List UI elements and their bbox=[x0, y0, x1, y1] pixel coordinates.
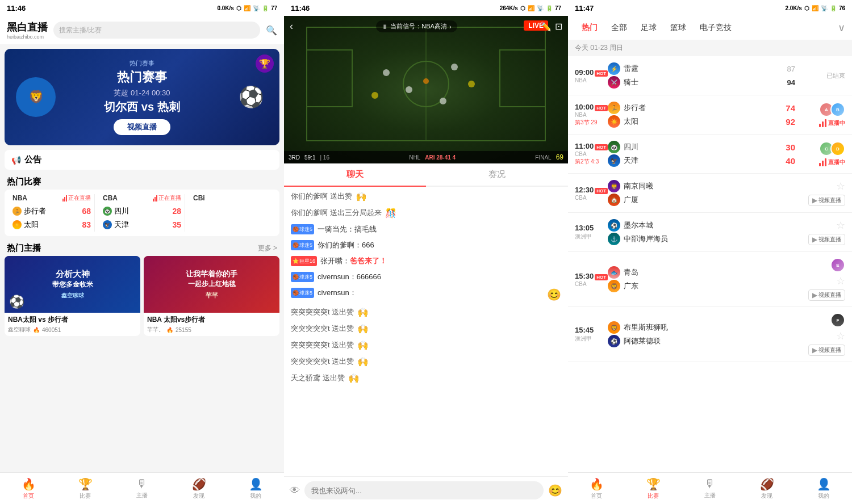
team-score-2b: 92 bbox=[786, 117, 795, 127]
chat-text-3: 一骑当先：搞毛线 bbox=[318, 224, 561, 234]
team-name-3a: 四川 bbox=[624, 142, 638, 152]
emoji-button[interactable]: 😊 bbox=[548, 484, 562, 497]
banner[interactable]: 🦁 热门赛事 热门赛事 英超 01-24 00:30 切尔西 vs 热刺 视频直… bbox=[5, 49, 279, 145]
video-live-btn-4[interactable]: ▶ 视频直播 bbox=[808, 195, 845, 206]
video-live-btn-5[interactable]: ▶ 视频直播 bbox=[808, 234, 845, 245]
matches-grid: NBA 正在直播 🏃步行者 68 ☀️太阳 bbox=[9, 194, 275, 232]
video-icon-6: ▶ bbox=[812, 291, 817, 299]
home-nav-icon: 🔥 bbox=[22, 477, 36, 491]
team-score-1a: 87 bbox=[787, 65, 795, 73]
fullscreen-icon[interactable]: ⊡ bbox=[555, 21, 562, 32]
ended-badge-1: 已结束 bbox=[826, 72, 845, 80]
nav-stream-3[interactable]: 🎙 主播 bbox=[682, 473, 738, 504]
filter-esports[interactable]: 电子竞技 bbox=[693, 20, 738, 35]
star-btn-7[interactable]: ☆ bbox=[836, 330, 845, 342]
chat-emoji-9: 🙌 bbox=[357, 324, 369, 334]
team-row-1a: ⚡ 雷霆 87 bbox=[608, 62, 795, 75]
filter-more-icon[interactable]: ∨ bbox=[838, 22, 845, 34]
filter-basketball[interactable]: 篮球 bbox=[663, 20, 693, 35]
live-bar-3 bbox=[819, 158, 826, 166]
nba-league: NBA bbox=[12, 194, 27, 202]
video-area[interactable]: ‹ ⏸ 当前信号：NBA高清 › ✏️ ⊡ LIVE 3RD 59:1 | 16… bbox=[284, 16, 568, 163]
filter-hot[interactable]: 热门 bbox=[575, 20, 604, 35]
svg-point-11 bbox=[423, 78, 429, 84]
logo-text: 黑白直播 bbox=[7, 20, 48, 34]
avatar-3b: D bbox=[830, 141, 845, 156]
sched-progress-2: 第3节 29 bbox=[575, 119, 603, 127]
team-name-6a: 青岛 bbox=[624, 267, 638, 278]
video-live-btn-7[interactable]: ▶ 视频直播 bbox=[808, 345, 845, 356]
network-speed-3: 2.0K/s bbox=[785, 5, 801, 11]
streamer-card-1[interactable]: 分析大神 带您多金收米 鑫空聊球 ⚽ NBA太阳 vs 步行者 鑫空聊球 🔥 4… bbox=[5, 256, 140, 336]
nba-live-badge: 正在直播 bbox=[62, 194, 91, 202]
back-button[interactable]: ‹ bbox=[290, 20, 293, 32]
video-live-text-7: 视频直播 bbox=[818, 346, 841, 354]
mine-nav-label: 我的 bbox=[250, 492, 261, 500]
nav-discover-1[interactable]: 🏈 发现 bbox=[170, 473, 227, 504]
fire-icon-1: 🔥 bbox=[33, 327, 40, 333]
share-icon[interactable]: ✏️ bbox=[540, 21, 552, 32]
filter-all[interactable]: 全部 bbox=[604, 20, 634, 35]
team-logo-1a: ⚡ bbox=[608, 62, 620, 75]
discover-nav-label: 发现 bbox=[193, 492, 204, 500]
nav-stream-1[interactable]: 🎙 主播 bbox=[114, 473, 170, 504]
nba-team2-row: ☀️太阳 83 bbox=[9, 218, 94, 232]
match-nav-label-3: 比赛 bbox=[648, 492, 659, 500]
star-btn-4[interactable]: ☆ bbox=[836, 180, 845, 192]
svg-rect-3 bbox=[307, 50, 352, 107]
search-bar[interactable]: 搜索主播/比赛 bbox=[53, 22, 260, 39]
match-nav-icon: 🏆 bbox=[78, 477, 93, 491]
sched-time-4: 12:30HOT bbox=[575, 186, 603, 194]
streamers-header: 热门主播 更多 > bbox=[0, 240, 284, 256]
cbi-col: CBi bbox=[185, 194, 275, 232]
streamer-card-2[interactable]: 让我芊着你的手 一起步上红地毯 芊芊 NBA 太阳vs步行者 芊芊。 🔥 251… bbox=[144, 256, 279, 336]
banner-live-btn[interactable]: 视频直播 bbox=[114, 119, 170, 135]
time-3: 11:47 bbox=[575, 4, 594, 12]
video-icon-4: ▶ bbox=[812, 196, 817, 204]
more-link[interactable]: 更多 > bbox=[258, 243, 277, 253]
panel-home: 11:46 0.0K/s ⬡ 📶 📡 🔋 77 黑白直播 heibaizhibo… bbox=[0, 0, 284, 504]
star-btn-5[interactable]: ☆ bbox=[836, 219, 845, 232]
tab-chat[interactable]: 聊天 bbox=[284, 163, 426, 187]
status-bar-1: 11:46 0.0K/s ⬡ 📶 📡 🔋 77 bbox=[0, 0, 284, 16]
chat-msg-4: 🏀球迷5 你们的爹啊：666 bbox=[291, 240, 561, 250]
nav-home-3[interactable]: 🔥 首页 bbox=[568, 473, 625, 504]
schedule-item-4: 12:30HOT CBA 🦁 南京同曦 🏠 广厦 ☆ ▶ 视频直播 bbox=[568, 174, 852, 213]
chat-input[interactable] bbox=[304, 481, 544, 499]
banner-content: 热门赛事 热门赛事 英超 01-24 00:30 切尔西 vs 热刺 视频直播 bbox=[104, 59, 179, 135]
star-btn-6[interactable]: ☆ bbox=[836, 275, 845, 287]
team-logo-5b: ⚓ bbox=[608, 233, 620, 245]
nav-match-3[interactable]: 🏆 比赛 bbox=[625, 473, 682, 504]
nav-mine-1[interactable]: 👤 我的 bbox=[227, 473, 284, 504]
viewer-count-2: 25155 bbox=[176, 327, 191, 333]
streamer-title-2: NBA 太阳vs步行者 bbox=[147, 315, 276, 325]
team-row-5a: ⚽ 墨尔本城 bbox=[608, 219, 795, 232]
nav-discover-3[interactable]: 🏈 发现 bbox=[738, 473, 795, 504]
tab-match[interactable]: 赛况 bbox=[426, 163, 568, 187]
live-indicator-3: 直播中 bbox=[819, 158, 845, 166]
announce-title: 公告 bbox=[24, 154, 41, 165]
wifi-icon-2: 📡 bbox=[537, 5, 544, 11]
nav-mine-3[interactable]: 👤 我的 bbox=[795, 473, 852, 504]
nav-match-1[interactable]: 🏆 比赛 bbox=[57, 473, 114, 504]
hot-badge-1: HOT bbox=[595, 70, 608, 77]
hot-matches-title: 热门比赛 bbox=[0, 173, 284, 190]
right-col-4: ☆ ▶ 视频直播 bbox=[800, 180, 845, 206]
filter-soccer[interactable]: 足球 bbox=[634, 20, 663, 35]
chat-msg-6: 🏀球迷5 civernsun：666666 bbox=[291, 272, 561, 282]
streamers-grid: 分析大神 带您多金收米 鑫空聊球 ⚽ NBA太阳 vs 步行者 鑫空聊球 🔥 4… bbox=[0, 256, 284, 341]
chat-text-7: civernsun： bbox=[318, 288, 544, 298]
hot-matches-container: NBA 正在直播 🏃步行者 68 ☀️太阳 bbox=[5, 190, 279, 236]
nba-team1-score: 68 bbox=[82, 207, 91, 216]
viewer-count-1: 460051 bbox=[42, 327, 61, 333]
avatar-6a: E bbox=[830, 258, 845, 272]
search-icon[interactable]: 🔍 bbox=[266, 25, 277, 36]
teams-col-2: 🏃 步行者 74 ☀️ 太阳 92 bbox=[608, 101, 795, 128]
sched-time-3: 11:00HOT bbox=[575, 142, 603, 150]
chat-msg-3: 🏀球迷5 一骑当先：搞毛线 bbox=[291, 224, 561, 234]
chat-msg-12: 天之骄鸢 送出赞 🙌 bbox=[291, 373, 561, 384]
mine-nav-icon: 👤 bbox=[249, 477, 263, 491]
video-live-btn-6[interactable]: ▶ 视频直播 bbox=[808, 289, 845, 301]
cba-team1-row: 🐼四川 28 bbox=[99, 204, 185, 218]
nav-home-1[interactable]: 🔥 首页 bbox=[0, 473, 57, 504]
